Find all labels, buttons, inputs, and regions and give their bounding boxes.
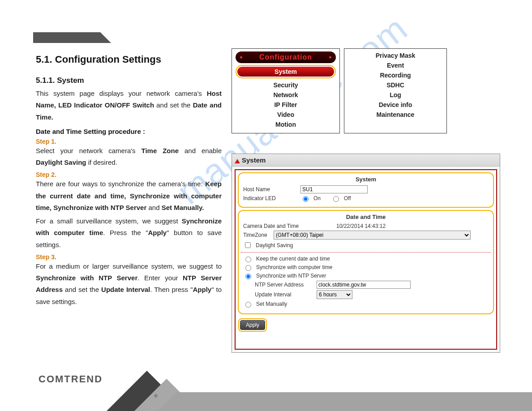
system-panel: System System Host Name Indicator LED On… [232,154,500,353]
menu-header-configuration[interactable]: Configuration [236,51,336,63]
config-menu-left: Configuration System Security Network IP… [232,48,340,133]
led-label: Indicator LED [243,195,297,201]
footer-dot [154,394,158,398]
menu-item-sdhc[interactable]: SDHC [344,80,446,90]
opt-ntp-radio[interactable] [245,274,251,279]
led-on-radio[interactable] [303,196,309,202]
step3-text: For a medium or larger surveillance syst… [36,261,222,308]
menu-item-ipfilter[interactable]: IP Filter [232,100,339,110]
datetime-group-title: Date and Time [243,214,489,220]
opt-ntp-label: Synchronize with NTP Server [256,273,326,279]
footer-bar [176,392,532,411]
menu-item-maintenance[interactable]: Maintenance [344,110,446,120]
step2-text-b: For a small surveillance system, we sugg… [36,215,222,251]
timezone-label: TimeZone [243,232,270,238]
page-tab-decor [33,32,100,43]
ntp-address-input[interactable] [317,281,411,289]
opt-manual-label: Set Manually [256,301,287,307]
menu-item-motion[interactable]: Motion [232,120,339,129]
camera-dt-value: 10/22/2014 14:43:12 [336,223,386,229]
menu-item-log[interactable]: Log [344,90,446,100]
page-footer: COMTREND [0,364,532,411]
opt-manual-radio[interactable] [245,302,251,308]
daylight-label: Daylight Saving [256,242,293,248]
menu-item-deviceinfo[interactable]: Device info [344,100,446,110]
daylight-checkbox[interactable] [245,242,251,248]
menu-item-network[interactable]: Network [232,90,339,100]
menu-item-system-active[interactable]: System [236,65,336,78]
opt-keep-label: Keep the current date and time [256,256,330,262]
opt-keep-radio[interactable] [245,257,251,262]
brand-logo: COMTREND [39,373,103,385]
section-title: 5.1.1. System [36,76,222,85]
opt-computer-radio[interactable] [245,265,251,271]
config-menu-right: Privacy Mask Event Recording SDHC Log De… [344,48,447,133]
led-on-text: On [313,195,321,201]
timezone-select[interactable]: (GMT+08:00) Taipei [274,231,471,240]
menu-item-security[interactable]: Security [232,80,339,90]
apply-highlight: Apply [238,318,267,332]
page-title: 5.1. Configuration Settings [36,54,222,65]
opt-computer-label: Synchronize with computer time [256,264,332,270]
apply-button[interactable]: Apply [240,320,265,330]
step1-label: Step 1. [36,138,222,145]
panel-icon [235,159,240,163]
datetime-group: Date and Time Camera Date and Time 10/22… [238,210,494,314]
step1-text: Select your network camera's Time Zone a… [36,145,222,169]
system-group: System Host Name Indicator LED On Off [238,172,494,208]
procedure-heading: Date and Time Setting procedure : [36,128,222,135]
hostname-label: Host Name [243,186,297,193]
separator [241,252,491,253]
step2-text-a: There are four ways to synchronize the c… [36,178,222,214]
step2-label: Step 2. [36,171,222,178]
hostname-input[interactable] [300,185,368,193]
panel-header: System [232,154,500,167]
update-interval-label: Update Interval [255,291,313,298]
menu-item-privacymask[interactable]: Privacy Mask [344,51,446,60]
update-interval-select[interactable]: 6 hours [317,290,352,299]
article-body: 5.1. Configuration Settings 5.1.1. Syste… [36,54,222,309]
led-off-text: Off [344,195,351,201]
led-off-radio[interactable] [333,196,339,202]
menu-item-recording[interactable]: Recording [344,70,446,80]
ntp-address-label: NTP Server Address [255,282,313,288]
intro-paragraph: This system page displays your network c… [36,88,222,123]
camera-dt-label: Camera Date and Time [243,223,333,229]
menu-item-event[interactable]: Event [344,60,446,70]
system-group-title: System [243,176,489,183]
menu-item-video[interactable]: Video [232,110,339,120]
step3-label: Step 3. [36,253,222,261]
